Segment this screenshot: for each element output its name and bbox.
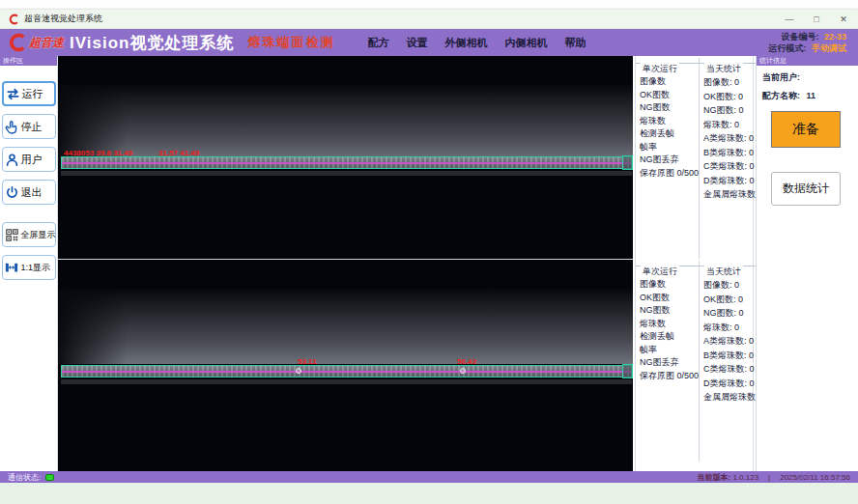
exit-button[interactable]: 退出 [2, 180, 56, 205]
page-subtitle: 熔珠端面检测 [247, 34, 334, 51]
measurement-annotation: 56.43 [457, 357, 476, 366]
one-to-one-icon [5, 260, 19, 275]
recipe-name-label: 配方名称: [762, 91, 800, 100]
status-separator: | [768, 473, 770, 482]
exit-button-label: 退出 [21, 185, 43, 200]
menu-recipe[interactable]: 配方 [367, 36, 388, 50]
version-label: 当前版本: [698, 473, 731, 482]
group-title: 当天统计 [704, 63, 743, 75]
user-button[interactable]: 用户 [2, 147, 56, 172]
measurement-annotation: 53.11 [298, 357, 317, 366]
laser-line [62, 162, 631, 164]
user-icon [5, 152, 19, 167]
info-panel-title: 统计信息 [757, 56, 858, 66]
measurement-annotation: 4438053 39.8 31.49 [64, 149, 132, 157]
menu-outer-camera[interactable]: 外侧相机 [444, 36, 487, 50]
user-button-label: 用户 [21, 153, 43, 167]
prepare-button[interactable]: 准备 [771, 111, 841, 148]
camera-viewport-outer: 4438053 39.8 31.49 31.57 41.49 [58, 56, 633, 259]
run-button-label: 运行 [22, 87, 43, 101]
minimize-button[interactable]: — [783, 14, 796, 24]
stat-row: NG图丢弃 [640, 154, 699, 167]
image-haze [58, 289, 633, 364]
camera-viewport-inner: 53.11 56.43 [58, 260, 633, 471]
stat-row: OK图数 [640, 89, 699, 102]
maximize-button[interactable]: □ [810, 14, 823, 24]
titlebar: 超音速视觉处理系统 — □ ✕ [0, 10, 858, 29]
image-haze [58, 85, 633, 160]
menu-inner-camera[interactable]: 内侧相机 [504, 36, 547, 50]
stat-row: OK图数 [640, 292, 699, 305]
device-info: 设备编号: 22-33 运行模式: 手动调试 [768, 31, 850, 54]
fullscreen-icon [5, 227, 19, 242]
stats-column: 单次运行 图像数 OK图数 NG图数 熔珠数 检测丢帧 帧率 NG图丢弃 保存原… [635, 56, 754, 471]
desktop-strip [0, 483, 858, 504]
stop-hand-icon [5, 119, 19, 134]
strip-end-marker [622, 155, 633, 170]
brand-text: 超音速 [29, 35, 64, 51]
run-icon [6, 86, 20, 101]
stats-panel-outer: 单次运行 图像数 OK图数 NG图数 熔珠数 检测丢帧 帧率 NG图丢弃 保存原… [636, 58, 753, 259]
stat-row: 保存原图 0/500 [640, 370, 699, 383]
fullscreen-button-label: 全屏显示 [21, 229, 56, 241]
stat-row: 检测丢帧 [640, 127, 699, 141]
exit-power-icon [5, 184, 19, 200]
version-value: 1.0.123 [732, 473, 758, 482]
stop-button[interactable]: 停止 [2, 114, 56, 139]
group-title: 单次运行 [641, 63, 679, 75]
sidebar-title: 操作区 [0, 56, 57, 66]
detected-bead-strip [61, 365, 632, 378]
window-title: 超音速视觉处理系统 [24, 13, 102, 25]
detected-bead-strip [61, 156, 632, 169]
comm-status-indicator [45, 474, 54, 481]
single-run-group: 单次运行 图像数 OK图数 NG图数 熔珠数 检测丢帧 帧率 NG图丢弃 保存原… [636, 58, 699, 259]
strip-shadow [61, 379, 632, 384]
stat-row: 熔珠数 [640, 115, 699, 128]
stats-panel-inner: 单次运行 图像数 OK图数 NG图数 熔珠数 检测丢帧 帧率 NG图丢弃 保存原… [636, 261, 753, 462]
menu-help[interactable]: 帮助 [564, 36, 586, 50]
stat-row: NG图数 [640, 101, 699, 115]
stop-button-label: 停止 [21, 120, 43, 134]
brand-swoosh-icon [8, 33, 27, 52]
stat-row: 图像数 [640, 278, 699, 292]
defect-marker [296, 368, 301, 374]
main-area: 操作区 运行 停止 [0, 56, 858, 471]
run-mode-value: 手动调试 [812, 43, 846, 53]
info-panel: 统计信息 当前用户: 配方名称: 11 准备 数据统计 [756, 56, 858, 471]
group-title: 单次运行 [641, 266, 679, 278]
stat-row: 检测丢帧 [640, 330, 699, 344]
run-mode-label: 运行模式: [768, 43, 806, 53]
recipe-name-value: 11 [807, 91, 816, 100]
defect-marker [460, 368, 466, 374]
menu-settings[interactable]: 设置 [406, 36, 427, 50]
data-stats-button[interactable]: 数据统计 [771, 172, 841, 206]
one-to-one-button[interactable]: 1:1显示 [2, 255, 56, 280]
close-button[interactable]: ✕ [837, 14, 850, 24]
brand-logo: 超音速 [8, 33, 64, 52]
stat-row: 图像数 [640, 75, 699, 89]
menu-bar: 配方 设置 外侧相机 内侧相机 帮助 [367, 36, 586, 50]
device-number-value: 22-33 [824, 32, 846, 42]
current-user-label: 当前用户: [762, 72, 800, 82]
strip-end-marker [622, 364, 633, 378]
stat-row: NG图数 [640, 304, 699, 318]
group-title: 当天统计 [704, 266, 743, 278]
measurement-annotation: 31.57 41.49 [158, 149, 199, 157]
one-to-one-button-label: 1:1显示 [21, 262, 51, 274]
comm-status-label: 通信状态: [8, 472, 41, 483]
strip-shadow [61, 171, 632, 176]
page-title: IVision视觉处理系统 [70, 32, 234, 54]
app-window: 超音速视觉处理系统 — □ ✕ 超音速 IVision视觉处理系统 熔珠端面检测… [0, 10, 858, 483]
laser-line [62, 371, 631, 373]
stat-row: NG图丢弃 [640, 356, 699, 370]
sidebar: 操作区 运行 停止 [0, 56, 58, 471]
datetime-value: 2025/02/11 16:57:56 [780, 473, 850, 482]
header-bar: 超音速 IVision视觉处理系统 熔珠端面检测 配方 设置 外侧相机 内侧相机… [0, 29, 858, 56]
stat-row: 帧率 [640, 344, 699, 357]
device-number-label: 设备编号: [781, 32, 818, 42]
app-logo-icon [8, 14, 19, 25]
fullscreen-button[interactable]: 全屏显示 [2, 222, 56, 247]
single-run-group: 单次运行 图像数 OK图数 NG图数 熔珠数 检测丢帧 帧率 NG图丢弃 保存原… [636, 261, 699, 462]
run-button[interactable]: 运行 [2, 81, 56, 106]
status-bar: 通信状态: 当前版本: 1.0.123 | 2025/02/11 16:57:5… [0, 471, 858, 483]
